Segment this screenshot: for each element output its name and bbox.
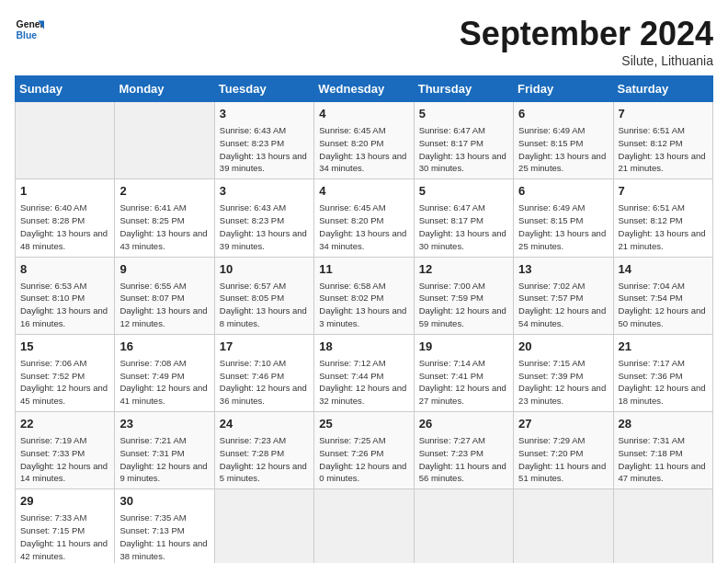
calendar-cell: 25Sunrise: 7:25 AMSunset: 7:26 PMDayligh… (314, 412, 414, 489)
day-number: 2 (119, 183, 209, 200)
location-subtitle: Silute, Lithuania (460, 53, 713, 68)
day-info: Sunrise: 6:49 AMSunset: 8:15 PMDaylight:… (518, 201, 608, 252)
weekday-header-thursday: Thursday (414, 76, 513, 102)
weekday-header-sunday: Sunday (16, 76, 115, 102)
day-info: Sunrise: 6:45 AMSunset: 8:20 PMDaylight:… (319, 124, 408, 175)
calendar-cell: 10Sunrise: 6:57 AMSunset: 8:05 PMDayligh… (214, 257, 313, 334)
day-info: Sunrise: 7:10 AMSunset: 7:46 PMDaylight:… (220, 357, 309, 408)
svg-text:Blue: Blue (17, 30, 38, 40)
day-number: 29 (20, 493, 109, 510)
calendar-cell: 20Sunrise: 7:15 AMSunset: 7:39 PMDayligh… (514, 334, 613, 411)
day-number: 13 (518, 261, 608, 278)
logo-icon: General Blue (15, 15, 44, 44)
calendar-cell: 3Sunrise: 6:43 AMSunset: 8:23 PMDaylight… (214, 179, 313, 257)
day-info: Sunrise: 6:51 AMSunset: 8:12 PMDaylight:… (619, 201, 708, 252)
day-info: Sunrise: 6:49 AMSunset: 8:15 PMDaylight:… (518, 124, 608, 175)
day-number: 12 (419, 261, 508, 278)
day-number: 22 (20, 416, 109, 432)
header-row: SundayMondayTuesdayWednesdayThursdayFrid… (16, 76, 713, 102)
calendar-week-0: 3Sunrise: 6:43 AMSunset: 8:23 PMDaylight… (16, 102, 713, 179)
day-number: 10 (220, 261, 309, 278)
calendar-cell: 29Sunrise: 7:33 AMSunset: 7:15 PMDayligh… (16, 489, 115, 563)
day-number: 11 (319, 261, 408, 278)
day-number: 25 (319, 416, 408, 432)
month-title: September 2024 (460, 15, 713, 53)
day-number: 19 (419, 339, 508, 355)
calendar-cell: 4Sunrise: 6:45 AMSunset: 8:20 PMDaylight… (314, 102, 414, 179)
calendar-cell (214, 489, 313, 563)
day-info: Sunrise: 7:35 AMSunset: 7:13 PMDaylight:… (119, 511, 209, 562)
day-number: 24 (220, 416, 309, 432)
weekday-header-saturday: Saturday (613, 76, 712, 102)
day-info: Sunrise: 6:47 AMSunset: 8:17 PMDaylight:… (419, 124, 508, 175)
day-info: Sunrise: 7:25 AMSunset: 7:26 PMDaylight:… (319, 434, 408, 485)
day-number: 17 (220, 339, 309, 355)
calendar-cell: 18Sunrise: 7:12 AMSunset: 7:44 PMDayligh… (314, 334, 414, 411)
calendar-cell: 11Sunrise: 6:58 AMSunset: 8:02 PMDayligh… (314, 257, 414, 334)
calendar-table: SundayMondayTuesdayWednesdayThursdayFrid… (15, 75, 713, 563)
day-info: Sunrise: 6:41 AMSunset: 8:25 PMDaylight:… (119, 201, 209, 252)
day-info: Sunrise: 6:58 AMSunset: 8:02 PMDaylight:… (319, 280, 408, 330)
day-info: Sunrise: 7:08 AMSunset: 7:49 PMDaylight:… (119, 357, 209, 408)
calendar-week-1: 1Sunrise: 6:40 AMSunset: 8:28 PMDaylight… (16, 179, 713, 257)
day-info: Sunrise: 6:55 AMSunset: 8:07 PMDaylight:… (119, 280, 209, 330)
calendar-cell: 5Sunrise: 6:47 AMSunset: 8:17 PMDaylight… (414, 179, 513, 257)
calendar-cell: 6Sunrise: 6:49 AMSunset: 8:15 PMDaylight… (514, 179, 613, 257)
day-info: Sunrise: 7:23 AMSunset: 7:28 PMDaylight:… (220, 434, 309, 485)
weekday-header-wednesday: Wednesday (314, 76, 414, 102)
weekday-header-tuesday: Tuesday (214, 76, 313, 102)
day-number: 23 (119, 416, 209, 432)
day-number: 1 (20, 183, 109, 200)
day-number: 7 (619, 106, 708, 122)
calendar-cell: 7Sunrise: 6:51 AMSunset: 8:12 PMDaylight… (613, 179, 712, 257)
day-number: 9 (119, 261, 209, 278)
weekday-header-monday: Monday (115, 76, 214, 102)
calendar-cell: 28Sunrise: 7:31 AMSunset: 7:18 PMDayligh… (613, 412, 712, 489)
day-info: Sunrise: 6:40 AMSunset: 8:28 PMDaylight:… (20, 201, 109, 252)
day-info: Sunrise: 7:31 AMSunset: 7:18 PMDaylight:… (619, 434, 708, 485)
calendar-cell (16, 102, 115, 179)
calendar-cell: 24Sunrise: 7:23 AMSunset: 7:28 PMDayligh… (214, 412, 313, 489)
day-number: 27 (518, 416, 608, 432)
day-info: Sunrise: 7:29 AMSunset: 7:20 PMDaylight:… (518, 434, 608, 485)
calendar-week-3: 15Sunrise: 7:06 AMSunset: 7:52 PMDayligh… (16, 334, 713, 411)
calendar-cell: 30Sunrise: 7:35 AMSunset: 7:13 PMDayligh… (115, 489, 214, 563)
calendar-cell: 23Sunrise: 7:21 AMSunset: 7:31 PMDayligh… (115, 412, 214, 489)
calendar-cell: 8Sunrise: 6:53 AMSunset: 8:10 PMDaylight… (16, 257, 115, 334)
day-number: 5 (419, 183, 508, 200)
day-info: Sunrise: 6:53 AMSunset: 8:10 PMDaylight:… (20, 280, 109, 330)
day-info: Sunrise: 6:43 AMSunset: 8:23 PMDaylight:… (220, 201, 309, 252)
calendar-cell: 3Sunrise: 6:43 AMSunset: 8:23 PMDaylight… (214, 102, 313, 179)
logo: General Blue (15, 15, 44, 44)
calendar-week-4: 22Sunrise: 7:19 AMSunset: 7:33 PMDayligh… (16, 412, 713, 489)
calendar-cell: 7Sunrise: 6:51 AMSunset: 8:12 PMDaylight… (613, 102, 712, 179)
day-number: 6 (518, 183, 608, 200)
calendar-cell: 14Sunrise: 7:04 AMSunset: 7:54 PMDayligh… (613, 257, 712, 334)
day-number: 7 (619, 183, 708, 200)
day-info: Sunrise: 6:47 AMSunset: 8:17 PMDaylight:… (419, 201, 508, 252)
day-number: 21 (619, 339, 708, 355)
day-info: Sunrise: 7:06 AMSunset: 7:52 PMDaylight:… (20, 357, 109, 408)
calendar-cell: 4Sunrise: 6:45 AMSunset: 8:20 PMDaylight… (314, 179, 414, 257)
title-block: September 2024 Silute, Lithuania (460, 15, 713, 68)
calendar-cell: 21Sunrise: 7:17 AMSunset: 7:36 PMDayligh… (613, 334, 712, 411)
page-header: General Blue September 2024 Silute, Lith… (15, 15, 713, 68)
calendar-cell: 19Sunrise: 7:14 AMSunset: 7:41 PMDayligh… (414, 334, 513, 411)
day-info: Sunrise: 7:12 AMSunset: 7:44 PMDaylight:… (319, 357, 408, 408)
calendar-cell: 12Sunrise: 7:00 AMSunset: 7:59 PMDayligh… (414, 257, 513, 334)
day-number: 4 (319, 106, 408, 122)
day-info: Sunrise: 6:43 AMSunset: 8:23 PMDaylight:… (220, 124, 309, 175)
calendar-cell: 22Sunrise: 7:19 AMSunset: 7:33 PMDayligh… (16, 412, 115, 489)
day-info: Sunrise: 7:17 AMSunset: 7:36 PMDaylight:… (619, 357, 708, 408)
day-number: 8 (20, 261, 109, 278)
day-info: Sunrise: 7:27 AMSunset: 7:23 PMDaylight:… (419, 434, 508, 485)
calendar-week-5: 29Sunrise: 7:33 AMSunset: 7:15 PMDayligh… (16, 489, 713, 563)
calendar-cell (613, 489, 712, 563)
day-info: Sunrise: 7:00 AMSunset: 7:59 PMDaylight:… (419, 280, 508, 330)
day-number: 5 (419, 106, 508, 122)
day-info: Sunrise: 6:45 AMSunset: 8:20 PMDaylight:… (319, 201, 408, 252)
day-number: 3 (220, 106, 309, 122)
calendar-cell: 17Sunrise: 7:10 AMSunset: 7:46 PMDayligh… (214, 334, 313, 411)
calendar-week-2: 8Sunrise: 6:53 AMSunset: 8:10 PMDaylight… (16, 257, 713, 334)
calendar-cell (115, 102, 214, 179)
